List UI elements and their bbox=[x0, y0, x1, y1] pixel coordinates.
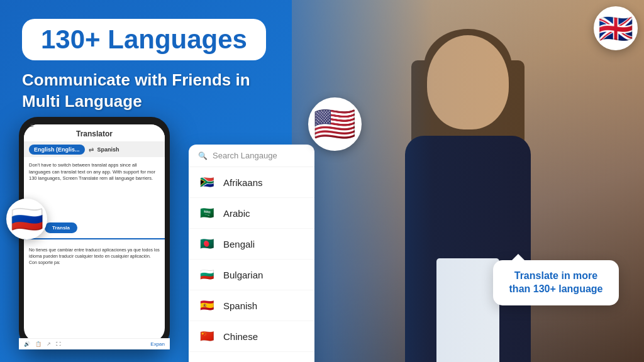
uk-flag: 🇬🇧 bbox=[594, 6, 638, 50]
language-name-arabic: Arabic bbox=[223, 208, 250, 219]
flag-spanish: 🇪🇸 bbox=[198, 297, 216, 314]
source-text: Don't have to switch between translat ap… bbox=[29, 162, 155, 181]
swap-icon[interactable]: ⇄ bbox=[89, 146, 94, 153]
menu-icon: ≡ bbox=[30, 124, 34, 129]
flag-bengali: 🇧🇩 bbox=[198, 235, 216, 253]
search-placeholder-text: Search Langauge bbox=[213, 151, 277, 160]
phone-title: Translator bbox=[76, 129, 113, 138]
language-name-bulgarian: Bulgarian bbox=[223, 270, 263, 280]
flag-arabic: 🇸🇦 bbox=[198, 204, 216, 222]
divider bbox=[24, 238, 165, 239]
language-item-croatian[interactable]: 🇭🇷 Croatian bbox=[189, 352, 314, 362]
expand-label[interactable]: Expan bbox=[150, 341, 165, 342]
flag-croatian: 🇭🇷 bbox=[198, 358, 216, 362]
phone-header: ≡ Translator bbox=[24, 124, 165, 142]
search-icon: 🔍 bbox=[198, 151, 208, 160]
copy-icon[interactable]: 📋 bbox=[35, 341, 42, 342]
subtitle-line2: Multi Language bbox=[22, 92, 142, 111]
language-name-afrikaans: Afrikaans bbox=[223, 177, 263, 188]
language-item-bengali[interactable]: 🇧🇩 Bengali bbox=[189, 229, 314, 260]
subtitle-line1: Communicate with Friends in bbox=[22, 70, 250, 89]
language-item-chinese[interactable]: 🇨🇳 Chinese bbox=[189, 321, 314, 352]
translated-text-area: No tienes que cambiar entre traducci apl… bbox=[24, 242, 165, 292]
language-panel: 🔍 Search Langauge 🇿🇦 Afrikaans 🇸🇦 Arabic… bbox=[189, 145, 314, 362]
search-bar[interactable]: 🔍 Search Langauge bbox=[189, 145, 314, 167]
flag-chinese: 🇨🇳 bbox=[198, 327, 216, 345]
flag-afrikaans: 🇿🇦 bbox=[198, 173, 216, 191]
language-name-spanish: Spanish bbox=[223, 300, 257, 311]
flag-bulgarian: 🇧🇬 bbox=[198, 266, 216, 283]
phone-container: ≡ Translator English (Englis... ⇄ Spanis… bbox=[19, 117, 195, 356]
language-list: 🇿🇦 Afrikaans 🇸🇦 Arabic 🇧🇩 Bengali 🇧🇬 Bul… bbox=[189, 167, 314, 362]
russia-flag: 🇷🇺 bbox=[6, 199, 47, 239]
language-item-bulgarian[interactable]: 🇧🇬 Bulgarian bbox=[189, 260, 314, 290]
target-language[interactable]: Spanish bbox=[97, 146, 119, 153]
speaker-icon[interactable]: 🔊 bbox=[24, 341, 30, 342]
language-item-afrikaans[interactable]: 🇿🇦 Afrikaans bbox=[189, 167, 314, 198]
language-item-arabic[interactable]: 🇸🇦 Arabic bbox=[189, 198, 314, 229]
translate-button[interactable]: Transla bbox=[45, 222, 77, 233]
translated-text: No tienes que cambiar entre traducci apl… bbox=[29, 248, 160, 265]
main-title: 130+ Languages bbox=[41, 26, 247, 53]
phone-bottom-bar: 🔊 📋 ↗ ⛶ Expan bbox=[24, 338, 165, 342]
title-box: 130+ Languages bbox=[22, 19, 266, 60]
phone-screen: ≡ Translator English (Englis... ⇄ Spanis… bbox=[24, 124, 165, 342]
source-language-button[interactable]: English (Englis... bbox=[29, 145, 85, 155]
language-name-chinese: Chinese bbox=[223, 331, 258, 342]
expand-icon[interactable]: ⛶ bbox=[56, 341, 61, 342]
phone-mockup: ≡ Translator English (Englis... ⇄ Spanis… bbox=[19, 117, 170, 349]
language-item-spanish[interactable]: 🇪🇸 Spanish bbox=[189, 290, 314, 321]
share-icon[interactable]: ↗ bbox=[47, 341, 51, 342]
bubble-text: Translate in more than 130+ language bbox=[506, 270, 606, 296]
translate-bubble: Translate in more than 130+ language bbox=[493, 260, 619, 305]
language-name-bengali: Bengali bbox=[223, 239, 255, 250]
us-flag: 🇺🇸 bbox=[308, 97, 362, 151]
language-bar[interactable]: English (Englis... ⇄ Spanish bbox=[24, 142, 165, 157]
